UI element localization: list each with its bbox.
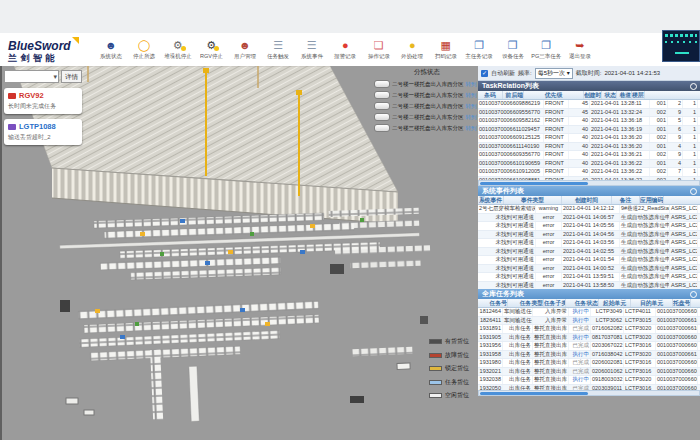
table-row[interactable]: 未找到可用通道error 2021-04-01 14:00:52生成自动拣选库位… [478, 265, 700, 274]
toolbar-stacker-stop[interactable]: ⚙ 堆垛机停止 [161, 39, 195, 61]
toolbar-user-management[interactable]: ☻ 用户管理 [228, 39, 262, 61]
column-header: 起始单元 [599, 299, 631, 307]
table-row[interactable]: 未找到可用通道error 2021-04-01 14:06:57生成自动拣选库位… [478, 214, 700, 223]
auto-refresh-checkbox[interactable]: ✓ [481, 70, 488, 77]
toolbar-system-status[interactable]: ☻ 系统状态 [94, 39, 128, 61]
alert-message: 输送丢货超时_2 [8, 133, 78, 142]
mini-status-bar [665, 41, 697, 43]
collapse-section-button[interactable] [690, 83, 697, 90]
table-row[interactable]: 1931956出库任务 整托直接出库已完成 0203067022LCTP3016… [478, 342, 700, 351]
table-row[interactable]: 00100370006609582162FRONT 402021-04-01 1… [478, 117, 700, 126]
table-row[interactable]: 未找到可用通道error 2021-04-01 14:04:56生成自动拣选库位… [478, 231, 700, 240]
rgv-vehicle-icon [8, 93, 16, 99]
toolbar-icon: ☻ [105, 39, 117, 52]
toolbar-main-task-records[interactable]: ❐ 主任务记录 [463, 39, 497, 61]
table-row[interactable]: 未找到可用通道error 2021-04-01 14:01:54生成自动拣选库位… [478, 256, 700, 265]
zone-toggle[interactable] [374, 80, 390, 88]
column-header: 创建时间 [562, 196, 612, 204]
zone-toggle[interactable] [374, 91, 390, 99]
table-row[interactable]: 1932021出库任务 整托直接出库已完成 0206001062LCTP3016… [478, 368, 700, 377]
legend-row: 故障货位 [429, 351, 469, 360]
toolbar-icon: ☰ [273, 39, 283, 52]
table-row[interactable]: 1812464车间输送任务 入库异常执行中 LCTP3049LCTP4011 0… [478, 308, 700, 317]
refresh-frequency-select[interactable]: 每5秒一次 ▾ [535, 68, 573, 79]
details-button[interactable]: 详情 [61, 70, 82, 83]
goto-zone-link[interactable]: 转到 [466, 103, 477, 110]
toolbar-icon: ▦ [441, 39, 451, 52]
scrollbar-thumb[interactable] [480, 392, 588, 395]
table-row[interactable]: 00100370006610190659FRONT 402021-04-01 1… [478, 160, 700, 169]
column-header: 前后端 [503, 91, 524, 99]
table-row[interactable]: 未找到可用通道error 2021-04-01 14:05:56生成自动拣选库位… [478, 222, 700, 231]
main-toolbar: BlueSword 兰剑智能 ☻ 系统状态 ◯ 停止所选 ⚙ 堆垛机停止 [0, 33, 700, 66]
column-header: 巷道 [617, 91, 632, 99]
toolbar-buttons: ☻ 系统状态 ◯ 停止所选 ⚙ 堆垛机停止 ⚙ RGV停止 [94, 39, 700, 61]
goto-zone-link[interactable]: 转到 [466, 81, 477, 88]
toolbar-rgv-stop[interactable]: ⚙ RGV停止 [195, 39, 229, 61]
toolbar-icon: ☻ [239, 39, 251, 52]
table-row[interactable]: 未找到可用通道error 2021-04-01 14:02:55生成自动拣选库位… [478, 248, 700, 257]
legend-row: 空闲货位 [429, 391, 469, 400]
collapse-section-button[interactable] [690, 188, 697, 195]
zone-toggle[interactable] [374, 102, 390, 110]
table-row[interactable]: 00100370006609886219FRONT 452021-04-01 1… [478, 100, 700, 109]
table-row[interactable]: 00100370006609356770FRONT 402021-04-01 1… [478, 151, 700, 160]
column-header: 应用编码 [640, 196, 664, 204]
toolbar-icon: ❏ [374, 39, 384, 52]
toolbar-logout[interactable]: ➥ 退出登录 [563, 39, 597, 61]
column-header: 任务状态 [566, 299, 599, 307]
table-row[interactable]: 未找到可用通道error 2021-04-01 13:58:50生成自动拣选库位… [478, 282, 700, 290]
alert-message: 长时间未完成任务 [8, 102, 78, 111]
table-row[interactable]: 00100370006609125125FRONT 402021-04-01 1… [478, 134, 700, 143]
capture-time-label: 截取时间: [576, 69, 602, 78]
freq-label: 频率: [518, 69, 532, 78]
table-row[interactable]: 00100370006610912005FRONT 402021-04-01 1… [478, 168, 700, 177]
alert-sidebar: ▾ 详情 RGV92 长时间未完成任务 LGTP1088 输送丢货超时_2 [4, 70, 82, 150]
table-row[interactable]: 1932038出库任务 整托直接出库执行中 0918003032LCTP3020… [478, 376, 700, 385]
table-row[interactable]: 1931980出库任务 整托直接出库已完成 0206002081LCTP3016… [478, 359, 700, 368]
toolbar-stop-selected[interactable]: ◯ 停止所选 [128, 39, 162, 61]
toolbar-device-tasks[interactable]: ❐ 设备任务 [496, 39, 530, 61]
table-row[interactable]: 未找到可用通道error 2021-04-01 14:03:56生成自动拣选库位… [478, 239, 700, 248]
table-row[interactable]: 1931958出库任务 整托直接出库执行中 0716038042LCTP3020… [478, 351, 700, 360]
toolbar-external-handling[interactable]: ● 外协处理 [396, 39, 430, 61]
task-relation-body: 00100370006609886219FRONT 452021-04-01 1… [478, 100, 700, 180]
table-row[interactable]: 00100370006609556770FRONT 452021-04-01 1… [478, 109, 700, 118]
toolbar-pg-tasks[interactable]: ❐ PG三率任务 [530, 39, 564, 61]
goto-zone-link[interactable]: 转到 [466, 92, 477, 99]
auto-refresh-label: 自动刷新 [491, 69, 515, 78]
warehouse-tasks-body: 1812464车间输送任务 入库异常执行中 LCTP3049LCTP4011 0… [478, 308, 700, 390]
legend-row: 任务货位 [429, 378, 469, 387]
goto-zone-link[interactable]: 转到 [466, 114, 477, 121]
column-header: 状态 [602, 91, 617, 99]
toolbar-alarm-records[interactable]: ● 报警记录 [329, 39, 363, 61]
table-row[interactable]: 未找到可用通道error 2021-04-01 13:59:51生成自动拣选库位… [478, 273, 700, 282]
table-row[interactable]: 1931891出库任务 整托直接出库已完成 0716062082LCTP3020… [478, 325, 700, 334]
capture-time-value: 2021-04-01 14:21:53 [604, 70, 660, 76]
toolbar-task-trigger[interactable]: ☰ 任务触发 [262, 39, 296, 61]
toolbar-scan-records[interactable]: ▦ 扫码记录 [429, 39, 463, 61]
table-row[interactable]: 1826411车间输送任务 入库异常执行中 LCTP3062LCTP3015 0… [478, 317, 700, 326]
task-relation-table: 条码前后端优先级创建时间状态巷道楼层 00100370006609886219F… [478, 91, 700, 186]
conveyor-device-icon [8, 124, 16, 130]
table-row[interactable]: 00100370006611140190FRONT 402021-04-01 1… [478, 143, 700, 152]
collapse-section-button[interactable] [690, 291, 697, 298]
legend-swatch [429, 353, 442, 358]
horizontal-scrollbar[interactable] [478, 390, 700, 396]
toolbar-operation-records[interactable]: ❏ 操作记录 [362, 39, 396, 61]
table-row[interactable]: 1931905出库任务 整托直接出库执行中 0817037081LCTP3020… [478, 334, 700, 343]
scrollbar-thumb[interactable] [480, 182, 588, 185]
table-row[interactable]: 2号七层穿梭车检索错误,手动处理warning 2021-04-01 14:12… [478, 205, 700, 214]
table-row[interactable]: 00100370006611029457FRONT 402021-04-01 1… [478, 126, 700, 135]
toolbar-system-events[interactable]: ☰ 系统事件 [295, 39, 329, 61]
goto-zone-link[interactable]: 转到 [466, 125, 477, 132]
sorting-status-title: 分拣状态 [374, 68, 480, 77]
legend-swatch [429, 393, 442, 398]
alert-filter-select[interactable]: ▾ [4, 70, 59, 83]
toolbar-icon: ❐ [474, 39, 484, 52]
zone-toggle[interactable] [374, 113, 390, 121]
alert-card-lgtp[interactable]: LGTP1088 输送丢货超时_2 [4, 119, 82, 145]
column-header: 目的单元 [631, 299, 673, 307]
zone-toggle[interactable] [374, 124, 390, 132]
alert-card-rgv[interactable]: RGV92 长时间未完成任务 [4, 88, 82, 114]
